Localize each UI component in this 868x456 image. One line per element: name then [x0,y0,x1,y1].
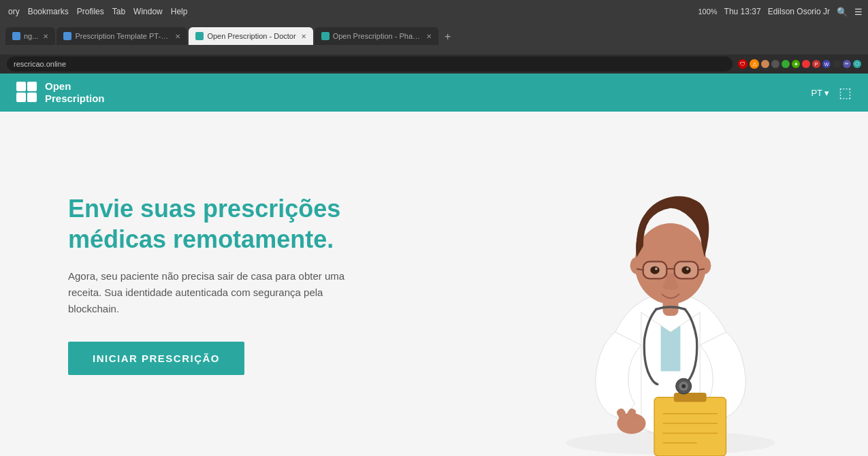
logo-icon [16,82,38,103]
tab-1-label: ng... [24,32,38,40]
tab-2-label: Prescription Template PT-BR.doc... [75,32,170,40]
logo-text: Open Prescription [45,80,105,105]
svg-point-11 [630,257,643,274]
menu-window[interactable]: Window [133,7,163,16]
chevron-down-icon: ▾ [824,88,829,98]
tab-4-close[interactable]: ✕ [426,33,432,40]
tab-3-icon [195,32,204,40]
svg-point-22 [655,267,658,270]
svg-point-26 [681,385,686,389]
address-text: rescricao.online [14,60,66,68]
tab-4-icon [321,32,329,40]
tab-1-icon [12,32,20,40]
iniciar-prescricao-button[interactable]: INICIAR PRESCRIÇÃO [68,342,244,375]
lang-label: PT [811,88,822,98]
tab-3-label: Open Prescription - Doctor [207,32,295,40]
tab-1-close[interactable]: ✕ [43,33,48,40]
badge-warning: ⚠ [750,59,759,69]
user-name: Edilson Osorio Jr [768,7,830,16]
badge-shield: 🛡 [738,59,748,69]
battery-percent: 100% [698,7,717,16]
hero-section: Envie suas prescrições médicas remotamen… [0,112,868,456]
badge-circle5 [802,60,810,68]
badge-circle6: P [812,60,820,68]
browser-chrome: ory Bookmarks Profiles Tab Window Help 1… [0,0,868,54]
search-icon[interactable]: 🔍 [837,7,848,17]
new-tab-button[interactable]: + [440,29,456,45]
badge-circle2 [771,60,779,68]
browser-right-controls: 100% Thu 13:37 Edilson Osorio Jr 🔍 ☰ [698,7,863,17]
navbar-right: PT ▾ ⬚ [811,84,852,101]
menu-bookmarks[interactable]: Bookmarks [28,7,69,16]
svg-point-23 [686,267,689,270]
svg-rect-2 [654,397,726,456]
menu-ory[interactable]: ory [8,7,20,16]
svg-point-12 [698,257,711,274]
hero-title: Envie suas prescrições médicas remotamen… [68,193,422,255]
browser-toolbar: ory Bookmarks Profiles Tab Window Help 1… [0,0,868,23]
hero-subtitle: Agora, seu paciente não precisa sair de … [68,268,368,317]
browser-menu: ory Bookmarks Profiles Tab Window Help [8,7,187,16]
tabs-bar: ng... ✕ Prescription Template PT-BR.doc.… [0,23,868,45]
badge-circle4: ✦ [792,60,800,68]
app-navbar: Open Prescription PT ▾ ⬚ [0,74,868,112]
doctor-illustration [528,143,814,456]
badge-circle9: ✏ [843,60,851,68]
tab-4[interactable]: Open Prescription - Pharmacy ✕ [315,27,438,45]
address-bar[interactable]: rescricao.online [7,56,733,71]
svg-rect-3 [674,393,707,402]
menu-profiles[interactable]: Profiles [77,7,104,16]
menu-tab[interactable]: Tab [112,7,125,16]
doctor-svg [528,143,814,456]
menu-help[interactable]: Help [171,7,188,16]
security-badges: 🛡 ⚠ ✦ P W ✏ ⬡ [738,59,861,69]
tab-2[interactable]: Prescription Template PT-BR.doc... ✕ [57,27,187,45]
badge-circle8 [833,60,841,68]
svg-point-20 [650,266,659,274]
tab-4-label: Open Prescription - Pharmacy [333,32,421,40]
badge-teal: ⬡ [853,60,861,68]
badge-circle7: W [822,60,831,68]
page-content: Open Prescription PT ▾ ⬚ Envie suas pres… [0,74,868,456]
sidebar-icon[interactable]: ☰ [854,7,863,17]
svg-point-21 [681,266,690,274]
login-icon[interactable]: ⬚ [839,84,852,101]
tab-3[interactable]: Open Prescription - Doctor ✕ [189,27,312,45]
address-bar-row: rescricao.online 🛡 ⚠ ✦ P W ✏ ⬡ [0,54,868,74]
tab-3-close[interactable]: ✕ [301,33,306,40]
hero-content: Envie suas prescrições médicas remotamen… [68,193,422,375]
badge-circle1 [761,60,769,68]
lang-selector[interactable]: PT ▾ [811,88,829,98]
logo-area: Open Prescription [16,80,105,105]
tab-1[interactable]: ng... ✕ [5,27,55,45]
tab-2-icon [63,32,71,40]
tab-2-close[interactable]: ✕ [175,33,180,40]
badge-circle3 [782,60,790,68]
time-display: Thu 13:37 [724,7,761,16]
